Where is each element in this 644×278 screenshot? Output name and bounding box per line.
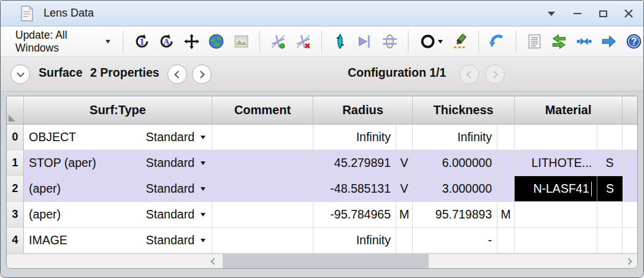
header-radius[interactable]: Radius [313,96,413,125]
rollup-icon[interactable] [545,7,558,20]
toolbar-separator [259,31,260,53]
comment-cell[interactable] [212,125,313,150]
prev-configuration-button[interactable] [459,64,479,84]
scroll-right-icon[interactable] [625,258,632,264]
radius-solve-flag[interactable] [396,228,413,253]
surf-type-cell[interactable]: (aper) Standard [24,176,212,202]
thickness-cell[interactable]: - [413,228,497,253]
next-configuration-button[interactable] [485,64,505,84]
expand-properties-button[interactable] [10,64,30,84]
lens-lines-icon[interactable] [380,30,400,53]
undo-arrow-icon[interactable] [488,30,507,53]
material-cell[interactable] [515,202,597,228]
help-icon[interactable]: ? [624,30,643,53]
toolbar-separator [478,31,479,53]
surf-type-cell[interactable]: OBJECT Standard [24,125,212,150]
thickness-solve-flag[interactable] [497,150,515,176]
surface-type-dropdown[interactable]: Standard [146,130,205,144]
insert-stop-icon[interactable] [331,30,350,53]
extra-cell [623,228,637,253]
row-number[interactable]: 4 [7,228,24,253]
radius-cell[interactable]: 45.279891 [313,150,396,176]
aperture-arrow-icon[interactable] [355,30,375,53]
material-solve-flag[interactable] [597,202,623,228]
surface-type-dropdown[interactable]: Standard [146,233,205,247]
update-all-icon[interactable]: A [157,30,177,53]
scroll-left-icon[interactable] [210,258,217,264]
material-solve-flag[interactable] [597,228,623,253]
globe-icon[interactable] [207,30,226,53]
flashlight-icon[interactable] [451,30,470,53]
prev-surface-button[interactable] [167,64,187,84]
horizontal-scrollbar[interactable] [7,253,637,269]
thickness-cell[interactable]: 6.000000 [413,150,497,176]
header-material[interactable]: Material [515,96,623,125]
row-number[interactable]: 0 [7,125,24,150]
next-arrow-icon[interactable] [599,30,619,53]
pan-icon[interactable] [182,30,201,53]
material-solve-flag[interactable] [597,125,623,150]
radius-cell[interactable]: -48.585131 [313,176,396,202]
material-cell[interactable]: LITHOTE... [515,150,597,176]
surf-type-cell[interactable]: (aper) Standard [24,202,212,228]
select-all-corner[interactable] [7,96,24,125]
material-cell[interactable] [515,125,597,150]
insert-surface-icon[interactable] [269,30,288,53]
thickness-solve-flag[interactable]: M [497,202,515,228]
next-surface-button[interactable] [192,64,212,84]
minimize-icon[interactable] [571,7,583,20]
thickness-solve-flag[interactable] [497,125,515,150]
circle-dropdown-icon[interactable] [417,30,445,53]
thickness-cell[interactable]: 3.000000 [413,176,497,202]
material-cell-editing[interactable]: N-LASF41 [515,176,597,202]
radius-solve-flag[interactable]: V [396,176,413,202]
header-surf-type[interactable]: Surf:Type [24,96,212,125]
surf-type-cell[interactable]: STOP (aper) Standard [24,150,212,176]
surface-type-dropdown[interactable]: Standard [146,156,205,170]
surface-type-dropdown[interactable]: Standard [146,207,205,222]
row-number[interactable]: 1 [7,150,24,176]
chevron-down-icon [201,136,205,142]
radius-solve-flag[interactable]: M [396,202,413,228]
update-1-icon[interactable]: 1 [132,30,151,53]
row-number[interactable]: 2 [7,176,24,202]
chevron-down-icon [201,239,205,245]
toolbar-separator [321,31,322,53]
radius-cell[interactable]: -95.784965 [313,202,396,228]
thickness-cell[interactable]: 95.719893 [413,202,497,228]
surf-type-cell[interactable]: IMAGE Standard [24,228,212,253]
comment-cell[interactable] [212,228,313,253]
radius-solve-flag[interactable]: V [396,150,413,176]
header-thickness[interactable]: Thickness [413,96,515,125]
swap-arrows-icon[interactable] [550,30,569,53]
thickness-cell[interactable]: Infinity [413,125,497,150]
chevron-down-icon [201,187,205,193]
header-comment[interactable]: Comment [212,96,313,125]
radius-solve-flag[interactable] [396,125,413,150]
thickness-solve-flag[interactable] [497,228,515,253]
row-number[interactable]: 3 [7,202,24,228]
material-solve-flag[interactable]: S [597,176,623,202]
material-solve-flag[interactable]: S [597,150,623,176]
maximize-icon[interactable] [597,7,609,20]
toolbar: Update: All Windows 1 A [1,26,643,57]
material-cell[interactable] [515,228,597,253]
surface-label: STOP (aper) [29,156,96,170]
surface-label: (aper) [29,182,61,196]
radius-cell[interactable]: Infinity [313,228,396,253]
delete-surface-icon[interactable] [293,30,313,53]
comment-cell[interactable] [212,150,313,176]
list-icon[interactable] [524,30,544,53]
update-mode-dropdown[interactable]: Update: All Windows [12,25,114,58]
converge-arrows-icon[interactable] [574,30,594,53]
title-bar[interactable]: Lens Data [1,1,643,26]
thickness-solve-flag[interactable] [497,176,515,202]
image-icon[interactable] [231,30,251,53]
close-icon[interactable] [623,7,635,20]
navigator-bar: Surface 2 Properties Configuration 1/1 [1,57,643,91]
scrollbar-thumb[interactable] [223,254,429,269]
radius-cell[interactable]: Infinity [313,125,396,150]
comment-cell[interactable] [212,202,313,228]
comment-cell[interactable] [212,176,313,202]
surface-type-dropdown[interactable]: Standard [146,182,205,196]
